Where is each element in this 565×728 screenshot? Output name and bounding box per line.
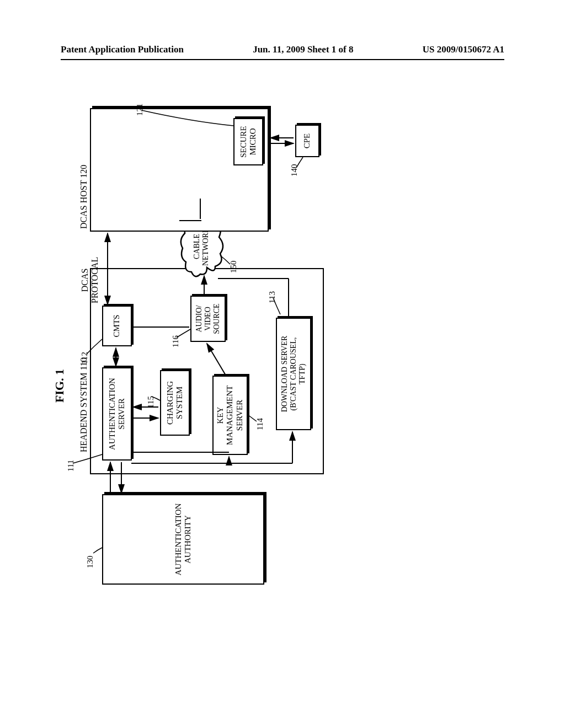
header-rule [61,59,504,60]
header-right: US 2009/0150672 A1 [423,44,504,55]
svg-line-10 [207,344,226,376]
page-header: Patent Application Publication Jun. 11, … [0,44,565,55]
header-center: Jun. 11, 2009 Sheet 1 of 8 [253,44,353,55]
figure-1: FIG. 1 AUTHENTICATION AUTHORITY 130 HEAD… [63,320,549,585]
header-left: Patent Application Publication [61,44,184,55]
diagram-arrows [63,99,328,585]
